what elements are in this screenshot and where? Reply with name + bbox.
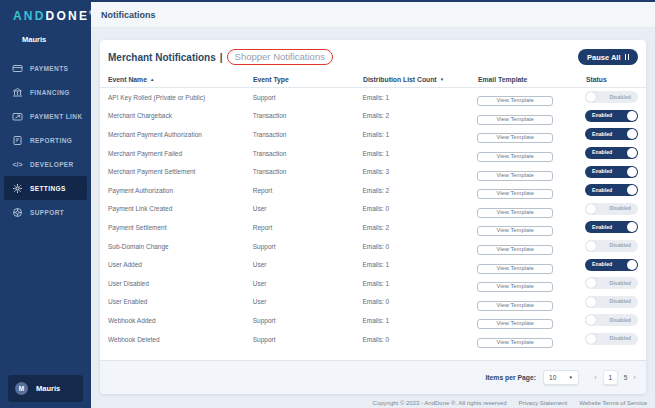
status-cell: Disabled xyxy=(585,240,638,252)
status-cell: Disabled xyxy=(585,314,638,326)
pause-all-button[interactable]: Pause All xyxy=(578,49,638,65)
pagination-bar: Items per Page: 10 ▼ ‹ 1 5 › xyxy=(100,360,646,394)
status-toggle[interactable]: Disabled xyxy=(585,203,638,215)
status-toggle[interactable]: Disabled xyxy=(585,240,638,252)
copyright-text: Copyright © 2023 - AndDone ®. All rights… xyxy=(373,400,507,406)
status-toggle[interactable]: Enabled xyxy=(585,184,638,196)
email-template-cell: View Template xyxy=(477,125,585,143)
view-template-button[interactable]: View Template xyxy=(477,96,553,106)
privacy-statement-link[interactable]: Privacy Statement xyxy=(519,400,568,406)
email-template-cell: View Template xyxy=(477,163,585,181)
event-type-cell: Transaction xyxy=(253,150,363,157)
email-template-cell: View Template xyxy=(477,107,585,125)
status-toggle[interactable]: Disabled xyxy=(585,314,638,326)
status-toggle-label: Disabled xyxy=(609,336,631,341)
logo-part1: AND xyxy=(13,9,46,23)
distribution-list-count-cell: Emails: 2 xyxy=(362,224,477,231)
view-template-button[interactable]: View Template xyxy=(477,171,553,181)
tab-shopper-notifications[interactable]: Shopper Notifications xyxy=(227,49,333,65)
status-toggle[interactable]: Enabled xyxy=(585,110,638,122)
toggle-knob xyxy=(586,241,596,251)
items-per-page-label: Items per Page: xyxy=(485,374,536,381)
status-toggle-label: Enabled xyxy=(592,169,612,174)
distribution-list-count-cell: Emails: 1 xyxy=(362,94,477,101)
sidebar-item-reporting[interactable]: REPORTING xyxy=(0,128,91,152)
table-header: Event Name ▲ Event Type Distribution Lis… xyxy=(100,71,646,88)
status-cell: Disabled xyxy=(585,277,638,289)
email-template-cell: View Template xyxy=(477,311,585,329)
view-template-button[interactable]: View Template xyxy=(477,264,553,274)
current-page[interactable]: 1 xyxy=(603,370,618,385)
status-toggle-label: Disabled xyxy=(609,318,631,323)
last-page[interactable]: 5 xyxy=(624,374,628,381)
status-toggle[interactable]: Enabled xyxy=(585,221,638,233)
status-toggle-label: Enabled xyxy=(592,132,612,137)
status-toggle[interactable]: Enabled xyxy=(585,259,638,271)
view-template-button[interactable]: View Template xyxy=(477,226,553,236)
status-toggle[interactable]: Disabled xyxy=(585,296,638,308)
view-template-button[interactable]: View Template xyxy=(477,208,553,218)
event-name-cell: API Key Rolled (Private or Public) xyxy=(108,94,253,101)
page-title: Notifications xyxy=(101,10,156,20)
status-toggle-label: Enabled xyxy=(592,113,612,118)
event-type-cell: Transaction xyxy=(253,112,363,119)
content-pane: Notifications Merchant Notifications | S… xyxy=(91,0,655,408)
sidebar-item-label: PAYMENTS xyxy=(30,65,68,72)
gear-icon xyxy=(12,183,23,194)
status-toggle[interactable]: Enabled xyxy=(585,147,638,159)
status-toggle[interactable]: Disabled xyxy=(585,91,638,103)
email-template-cell: View Template xyxy=(477,181,585,199)
event-name-cell: User Added xyxy=(108,261,253,268)
distribution-list-count-cell: Emails: 0 xyxy=(362,205,477,212)
view-template-button[interactable]: View Template xyxy=(477,319,553,329)
sidebar-item-developer[interactable]: </> DEVELOPER xyxy=(0,152,91,176)
sidebar-item-label: FINANCING xyxy=(30,89,70,96)
status-toggle[interactable]: Enabled xyxy=(585,128,638,140)
column-event-name[interactable]: Event Name ▲ xyxy=(108,76,253,83)
status-cell: Enabled xyxy=(585,184,638,196)
status-toggle-label: Enabled xyxy=(592,262,612,267)
prev-page-button[interactable]: ‹ xyxy=(594,374,597,382)
sidebar-item-settings[interactable]: SETTINGS xyxy=(4,176,87,200)
distribution-list-count-cell: Emails: 2 xyxy=(362,112,477,119)
next-page-button[interactable]: › xyxy=(633,374,636,382)
status-toggle[interactable]: Enabled xyxy=(585,166,638,178)
email-template-cell: View Template xyxy=(477,144,585,162)
view-template-button[interactable]: View Template xyxy=(477,189,553,199)
toggle-knob xyxy=(627,148,637,158)
table-row: Payment Settlement Report Emails: 2 View… xyxy=(100,218,646,237)
view-template-button[interactable]: View Template xyxy=(477,245,553,255)
distribution-list-count-cell: Emails: 2 xyxy=(362,187,477,194)
filter-icon[interactable]: ▼ xyxy=(440,77,444,82)
view-template-button[interactable]: View Template xyxy=(477,115,553,125)
sidebar-item-financing[interactable]: FINANCING xyxy=(0,80,91,104)
distribution-list-count-cell: Emails: 0 xyxy=(362,336,477,343)
sort-asc-icon[interactable]: ▲ xyxy=(150,77,154,82)
table-row: Payment Authorization Report Emails: 2 V… xyxy=(100,181,646,200)
sidebar-item-payments[interactable]: PAYMENTS xyxy=(0,56,91,80)
status-toggle[interactable]: Disabled xyxy=(585,333,638,345)
status-toggle[interactable]: Disabled xyxy=(585,277,638,289)
view-template-button[interactable]: View Template xyxy=(477,338,553,348)
status-cell: Disabled xyxy=(585,296,638,308)
tab-merchant-notifications[interactable]: Merchant Notifications xyxy=(108,52,216,63)
status-cell: Enabled xyxy=(585,147,638,159)
terms-of-service-link[interactable]: Website Terms of Service xyxy=(579,400,647,406)
items-per-page-select[interactable]: 10 ▼ xyxy=(543,370,579,385)
bank-icon xyxy=(12,87,23,98)
view-template-button[interactable]: View Template xyxy=(477,133,553,143)
column-status: Status xyxy=(586,76,638,83)
view-template-button[interactable]: View Template xyxy=(477,152,553,162)
column-distribution-list-count[interactable]: Distribution List Count ▼ xyxy=(363,76,478,83)
sidebar-item-payment-link[interactable]: PAYMENT LINK xyxy=(0,104,91,128)
sidebar-item-support[interactable]: SUPPORT xyxy=(0,200,91,224)
toggle-knob xyxy=(627,260,637,270)
event-type-cell: Support xyxy=(253,94,363,101)
view-template-button[interactable]: View Template xyxy=(477,301,553,311)
event-type-cell: User xyxy=(253,298,363,305)
event-name-cell: User Disabled xyxy=(108,280,253,287)
view-template-button[interactable]: View Template xyxy=(477,282,553,292)
user-chip[interactable]: M Mauris xyxy=(8,375,83,402)
event-type-cell: Support xyxy=(253,336,363,343)
distribution-list-count-cell: Emails: 3 xyxy=(362,168,477,175)
